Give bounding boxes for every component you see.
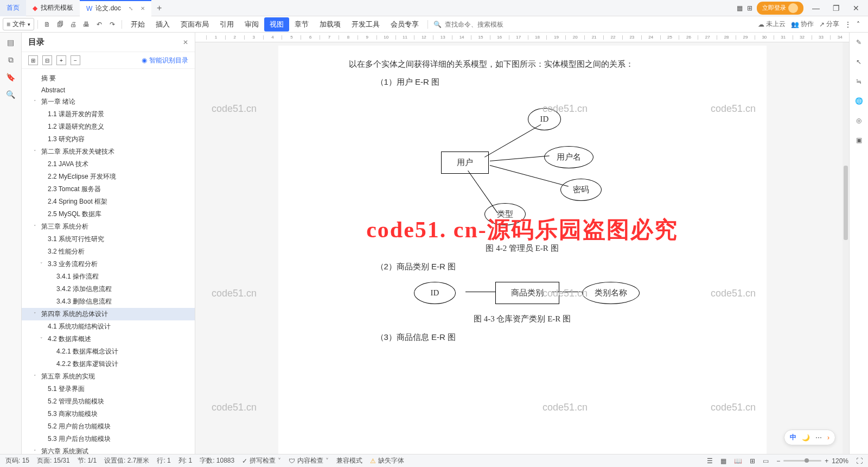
toc-item[interactable]: 4.2.2 数据库逻辑设计 xyxy=(22,358,195,370)
chevron-down-icon[interactable]: ˅ xyxy=(40,337,46,342)
toc-item[interactable]: ˅第二章 系统开发关键技术 xyxy=(22,146,195,158)
apps-icon[interactable]: ⊞ xyxy=(747,4,752,12)
more-icon[interactable]: ⋯ xyxy=(815,434,822,441)
translate-icon[interactable]: 🌐 xyxy=(853,96,864,106)
outline-icon[interactable]: ▤ xyxy=(5,37,16,48)
ruler-icon[interactable]: ≒ xyxy=(853,76,864,87)
toc-item[interactable]: 2.5 MySQL 数据库 xyxy=(22,208,195,220)
toc-item[interactable]: 3.1 系统可行性研究 xyxy=(22,233,195,245)
minimize-button[interactable]: — xyxy=(808,2,824,15)
smart-toc-button[interactable]: ◉ 智能识别目录 xyxy=(142,56,188,65)
toc-item[interactable]: 2.4 Spring Boot 框架 xyxy=(22,195,195,208)
save-icon[interactable]: 🗎 xyxy=(41,18,53,30)
print-preview-icon[interactable]: 🖶 xyxy=(80,18,92,30)
edit-icon[interactable]: ✎ xyxy=(853,37,864,48)
undo-icon[interactable]: ↶ xyxy=(93,18,105,30)
toc-item[interactable]: 5.3 用户后台功能模块 xyxy=(22,433,195,445)
moon-icon[interactable]: 🌙 xyxy=(802,434,810,441)
redo-icon[interactable]: ↷ xyxy=(106,18,118,30)
select-icon[interactable]: ↖ xyxy=(853,56,864,67)
status-page[interactable]: 页面: 15/31 xyxy=(37,456,70,465)
toc-item[interactable]: 1.1 课题开发的背景 xyxy=(22,108,195,121)
zoom-control[interactable]: − + 120% xyxy=(776,457,848,465)
toc-item[interactable]: 5.3 商家功能模块 xyxy=(22,408,195,420)
menu-file[interactable]: ≡ 文件 ▾ xyxy=(3,18,34,30)
toc-item[interactable]: 4.1 系统功能结构设计 xyxy=(22,320,195,333)
view-mode-4-icon[interactable]: ⊞ xyxy=(750,457,755,465)
toc-item[interactable]: 5.2 管理员功能模块 xyxy=(22,395,195,408)
toc-item[interactable]: 4.2.1 数据库概念设计 xyxy=(22,345,195,358)
login-button[interactable]: 立即登录 xyxy=(757,2,803,15)
tab-home[interactable]: 首页 xyxy=(0,0,26,16)
tab-expand-icon[interactable]: ⤡ xyxy=(129,5,133,11)
arrow-right-icon[interactable]: › xyxy=(827,434,829,441)
status-section[interactable]: 节: 1/1 xyxy=(78,456,97,465)
zoom-slider[interactable] xyxy=(783,460,821,462)
more-icon[interactable]: ⋮ xyxy=(845,21,851,28)
tab-add-button[interactable]: + xyxy=(151,3,167,13)
close-button[interactable]: ✕ xyxy=(848,2,864,15)
collapse-ribbon-icon[interactable]: ˄ xyxy=(857,21,860,28)
maximize-button[interactable]: ❐ xyxy=(828,2,844,15)
fullscreen-icon[interactable]: ⛶ xyxy=(856,457,863,465)
zoom-out-icon[interactable]: − xyxy=(776,457,780,465)
toc-add-icon[interactable]: + xyxy=(56,55,66,65)
status-words[interactable]: 字数: 10883 xyxy=(200,456,234,465)
toc-item[interactable]: 5.2 用户前台功能模块 xyxy=(22,420,195,433)
toc-item[interactable]: 2.3 Tomcat 服务器 xyxy=(22,183,195,195)
layers-icon[interactable]: ⧉ xyxy=(5,54,16,65)
menu-审阅[interactable]: 审阅 xyxy=(239,17,264,31)
bookmark-icon[interactable]: 🔖 xyxy=(5,72,16,83)
toc-item[interactable]: ˅第五章 系统的实现 xyxy=(22,370,195,383)
layout-icon[interactable]: ▦ xyxy=(737,4,743,12)
toc-item[interactable]: 2.1 JAVA 技术 xyxy=(22,158,195,171)
location-icon[interactable]: ◎ xyxy=(853,115,864,126)
chevron-down-icon[interactable]: ˅ xyxy=(34,224,39,230)
lang-label[interactable]: 中 xyxy=(790,433,796,442)
tab-templates[interactable]: ◆ 找稻壳模板 xyxy=(26,0,80,16)
zoom-in-icon[interactable]: + xyxy=(825,457,828,465)
search-panel-icon[interactable]: 🔍 xyxy=(5,89,16,100)
print-icon[interactable]: 🖨 xyxy=(67,18,79,30)
chevron-down-icon[interactable]: ˅ xyxy=(40,262,46,267)
menu-章节[interactable]: 章节 xyxy=(289,17,314,31)
toc-item[interactable]: ˅4.2 数据库概述 xyxy=(22,333,195,345)
toc-collapse-all-icon[interactable]: ⊟ xyxy=(42,55,52,65)
cloud-status[interactable]: ☁未上云 xyxy=(758,20,786,29)
status-col[interactable]: 列: 1 xyxy=(178,456,192,465)
toc-item[interactable]: Abstract xyxy=(22,85,195,96)
tab-close-icon[interactable]: ✕ xyxy=(141,5,145,11)
toc-item[interactable]: 3.2 性能分析 xyxy=(22,245,195,258)
toc-remove-icon[interactable]: − xyxy=(71,55,80,65)
chevron-down-icon[interactable]: ˅ xyxy=(34,312,39,317)
chevron-down-icon[interactable]: ˅ xyxy=(34,449,39,455)
status-setting[interactable]: 设置值: 2.7厘米 xyxy=(104,456,149,465)
saveas-icon[interactable]: 🗐 xyxy=(54,18,66,30)
status-line[interactable]: 行: 1 xyxy=(157,456,170,465)
sidebar-close-icon[interactable]: ✕ xyxy=(183,39,188,46)
view-mode-2-icon[interactable]: ▦ xyxy=(720,457,726,465)
document-viewport[interactable]: 1234567891011121314151617181920212223242… xyxy=(195,33,849,454)
menu-开发工具[interactable]: 开发工具 xyxy=(346,17,385,31)
language-float-bar[interactable]: 中 🌙 ⋯ › xyxy=(784,430,835,445)
menu-页面布局[interactable]: 页面布局 xyxy=(175,17,214,31)
menu-视图[interactable]: 视图 xyxy=(264,17,289,31)
menu-加载项[interactable]: 加载项 xyxy=(314,17,346,31)
toc-item[interactable]: 3.4.2 添加信息流程 xyxy=(22,283,195,295)
toc-item[interactable]: 5.1 登录界面 xyxy=(22,383,195,395)
status-compat[interactable]: 兼容模式 xyxy=(336,456,362,465)
toc-item[interactable]: 摘 要 xyxy=(22,72,195,85)
toc-item[interactable]: ˅3.3 业务流程分析 xyxy=(22,258,195,270)
status-missing-font[interactable]: ⚠缺失字体 xyxy=(370,456,404,465)
zoom-value[interactable]: 120% xyxy=(832,457,848,465)
menu-插入[interactable]: 插入 xyxy=(150,17,175,31)
view-mode-3-icon[interactable]: 📖 xyxy=(734,457,742,465)
toc-item[interactable]: ˅第六章 系统测试 xyxy=(22,445,195,454)
toc-item[interactable]: 3.4.1 操作流程 xyxy=(22,270,195,283)
chevron-down-icon[interactable]: ˅ xyxy=(34,99,39,105)
status-contentcheck[interactable]: 🛡内容检查 ˅ xyxy=(289,456,329,465)
menu-引用[interactable]: 引用 xyxy=(214,17,239,31)
status-spellcheck[interactable]: ✓拼写检查 ˅ xyxy=(242,456,281,465)
toc-item[interactable]: 1.3 研究内容 xyxy=(22,133,195,146)
chevron-down-icon[interactable]: ˅ xyxy=(34,149,39,155)
